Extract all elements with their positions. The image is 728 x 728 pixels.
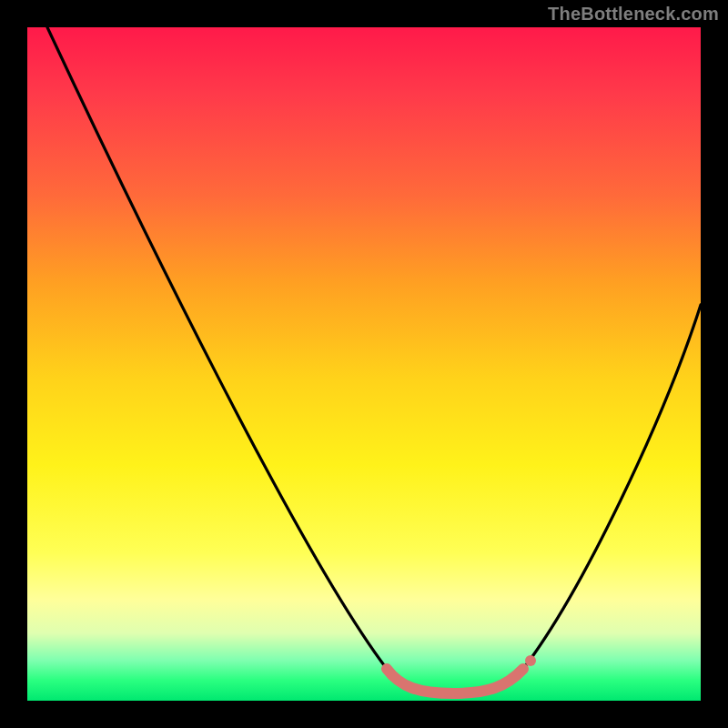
curve-flat-bottom xyxy=(387,669,523,693)
bottleneck-curve xyxy=(27,27,701,701)
chart-frame: TheBottleneck.com xyxy=(0,0,728,728)
curve-right-branch xyxy=(523,305,701,669)
plot-area xyxy=(27,27,701,701)
attribution-text: TheBottleneck.com xyxy=(548,4,719,25)
curve-left-branch xyxy=(47,27,387,669)
curve-right-dot xyxy=(525,655,536,666)
